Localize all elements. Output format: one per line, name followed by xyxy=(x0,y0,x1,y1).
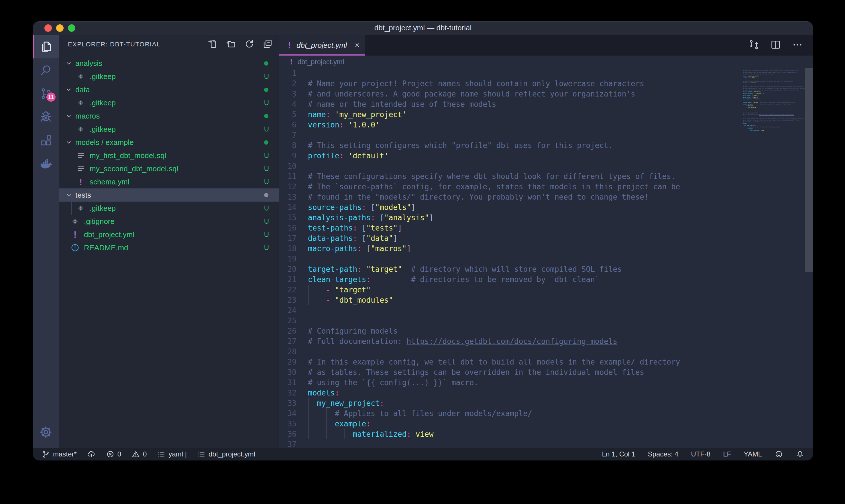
more-button[interactable] xyxy=(792,39,803,52)
status-label: LF xyxy=(723,450,731,458)
tree-file-my-second-dbt-model-sql[interactable]: my_second_dbt_model.sqlU xyxy=(59,162,279,175)
info-icon xyxy=(70,243,80,253)
git-icon xyxy=(76,72,86,81)
tree-file-dbt-project-yml[interactable]: !dbt_project.ymlU xyxy=(59,228,279,241)
code-line-2[interactable]: 2# Name your project! Project names shou… xyxy=(279,78,813,89)
status-branch[interactable]: master* xyxy=(41,450,77,458)
line-number: 28 xyxy=(279,346,308,357)
activity-item-files[interactable] xyxy=(33,35,59,58)
tab-dbt-project-yml[interactable]: ! dbt_project.yml × xyxy=(279,35,365,56)
settings-button[interactable] xyxy=(33,416,59,448)
status-yaml[interactable]: YAML xyxy=(743,450,762,458)
tree-folder-models-example[interactable]: models / example xyxy=(59,136,279,149)
code-line-5[interactable]: 5name: 'my_new_project' xyxy=(279,109,813,120)
tree-item-label: my_second_dbt_model.sql xyxy=(90,164,264,173)
code-line-3[interactable]: 3# and underscores. A good package name … xyxy=(279,89,813,99)
close-window-button[interactable] xyxy=(44,24,52,32)
collapse-all-button[interactable] xyxy=(262,38,273,50)
code-line-16[interactable]: 16test-paths: ["tests"] xyxy=(279,223,813,233)
activity-item-source-control[interactable]: 11 xyxy=(33,82,59,105)
code-line-17[interactable]: 17data-paths: ["data"] xyxy=(279,233,813,244)
code-line-24[interactable]: 24 xyxy=(279,305,813,316)
activity-item-debug[interactable] xyxy=(33,105,59,129)
tree-file--gitkeep[interactable]: .gitkeepU xyxy=(59,202,279,215)
status-cloud-upload[interactable] xyxy=(87,450,96,458)
line-number: 3 xyxy=(279,89,308,99)
code-line-31[interactable]: 31# using the `{{ config(...) }}` macro. xyxy=(279,377,813,388)
status-ln-1-col-1[interactable]: Ln 1, Col 1 xyxy=(602,450,635,458)
code-line-30[interactable]: 30# as tables. These settings can be ove… xyxy=(279,367,813,377)
zoom-window-button[interactable] xyxy=(68,24,75,32)
code-line-6[interactable]: 6version: '1.0.0' xyxy=(279,120,813,130)
code-line-14[interactable]: 14source-paths: ["models"] xyxy=(279,202,813,213)
tree-file-my-first-dbt-model-sql[interactable]: my_first_dbt_model.sqlU xyxy=(59,149,279,162)
new-file-button[interactable] xyxy=(207,38,218,50)
code-line-4[interactable]: 4# name or the intended use of these mod… xyxy=(279,99,813,109)
tree-file--gitignore[interactable]: .gitignoreU xyxy=(59,215,279,228)
refresh-button[interactable] xyxy=(244,38,255,50)
code-line-15[interactable]: 15analysis-paths: ["analysis"] xyxy=(279,213,813,223)
tree-folder-macros[interactable]: macros xyxy=(59,109,279,123)
status-smiley[interactable] xyxy=(775,450,783,458)
tree-file--gitkeep[interactable]: .gitkeepU xyxy=(59,96,279,109)
minimize-window-button[interactable] xyxy=(56,24,64,32)
git-icon xyxy=(70,216,80,226)
code-line-34[interactable]: 34 # Applies to all files under models/e… xyxy=(279,408,813,419)
code-line-21[interactable]: 21clean-targets: # directories to be rem… xyxy=(279,274,813,285)
more-icon xyxy=(792,39,803,50)
status-list[interactable]: yaml | xyxy=(157,450,187,458)
breadcrumb[interactable]: ! dbt_project.yml xyxy=(279,56,813,68)
code-line-7[interactable]: 7 xyxy=(279,130,813,140)
code-line-32[interactable]: 32models: xyxy=(279,388,813,398)
code-line-35[interactable]: 35 example: xyxy=(279,419,813,429)
activity-item-search[interactable] xyxy=(33,58,59,82)
status-error[interactable]: 0 xyxy=(106,450,121,458)
code-line-36[interactable]: 36 materialized: view xyxy=(279,429,813,439)
code-line-20[interactable]: 20target-path: "target" # directory whic… xyxy=(279,264,813,274)
status-label: Ln 1, Col 1 xyxy=(602,450,635,458)
code-line-13[interactable]: 13# found in the "models/" directory. Yo… xyxy=(279,192,813,202)
code-editor[interactable]: 12# Name your project! Project names sho… xyxy=(279,68,813,448)
code-line-8[interactable]: 8# This setting configures which "profil… xyxy=(279,140,813,151)
editor-scrollbar[interactable] xyxy=(805,68,813,272)
code-line-27[interactable]: 27# Full documentation: https://docs.get… xyxy=(279,336,813,346)
close-tab-icon[interactable]: × xyxy=(355,41,359,50)
code-line-33[interactable]: 33 my_new_project: xyxy=(279,398,813,408)
status-list[interactable]: dbt_project.yml xyxy=(197,450,255,458)
new-folder-button[interactable] xyxy=(226,38,236,50)
status-warning[interactable]: 0 xyxy=(131,450,147,458)
code-line-19[interactable]: 19 xyxy=(279,254,813,264)
code-line-9[interactable]: 9profile: 'default' xyxy=(279,151,813,161)
compare-button[interactable] xyxy=(748,39,760,52)
activity-item-extensions[interactable] xyxy=(33,129,59,152)
tree-file--gitkeep[interactable]: .gitkeepU xyxy=(59,123,279,136)
code-line-25[interactable]: 25 xyxy=(279,316,813,326)
code-line-10[interactable]: 10 xyxy=(279,161,813,171)
status-utf-8[interactable]: UTF-8 xyxy=(691,450,711,458)
tree-file-schema-yml[interactable]: !schema.ymlU xyxy=(59,175,279,188)
line-number: 14 xyxy=(279,202,308,213)
debug-icon xyxy=(39,110,53,124)
code-line-28[interactable]: 28 xyxy=(279,346,813,357)
code-line-22[interactable]: 22 - "target" xyxy=(279,285,813,295)
status-bell[interactable] xyxy=(796,450,804,458)
code-line-26[interactable]: 26# Configuring models xyxy=(279,326,813,336)
code-line-12[interactable]: 12# The `source-paths` config, for examp… xyxy=(279,182,813,192)
code-line-1[interactable]: 1 xyxy=(279,68,813,78)
tree-file-readme-md[interactable]: README.mdU xyxy=(59,241,279,254)
code-line-11[interactable]: 11# These configurations specify where d… xyxy=(279,171,813,182)
split-button[interactable] xyxy=(770,39,781,52)
docker-icon xyxy=(39,157,53,171)
tree-file--gitkeep[interactable]: .gitkeepU xyxy=(59,70,279,83)
tree-folder-analysis[interactable]: analysis xyxy=(59,57,279,70)
code-line-37[interactable]: 37 xyxy=(279,439,813,448)
code-line-29[interactable]: 29# In this example config, we tell dbt … xyxy=(279,357,813,367)
tree-folder-tests[interactable]: tests xyxy=(59,188,279,202)
tree-folder-data[interactable]: data xyxy=(59,83,279,96)
git-untracked-badge: U xyxy=(264,178,269,186)
code-line-18[interactable]: 18macro-paths: ["macros"] xyxy=(279,244,813,254)
status-lf[interactable]: LF xyxy=(723,450,731,458)
code-line-23[interactable]: 23 - "dbt_modules" xyxy=(279,295,813,305)
activity-item-docker[interactable] xyxy=(33,152,59,176)
status-spaces-4[interactable]: Spaces: 4 xyxy=(648,450,679,458)
